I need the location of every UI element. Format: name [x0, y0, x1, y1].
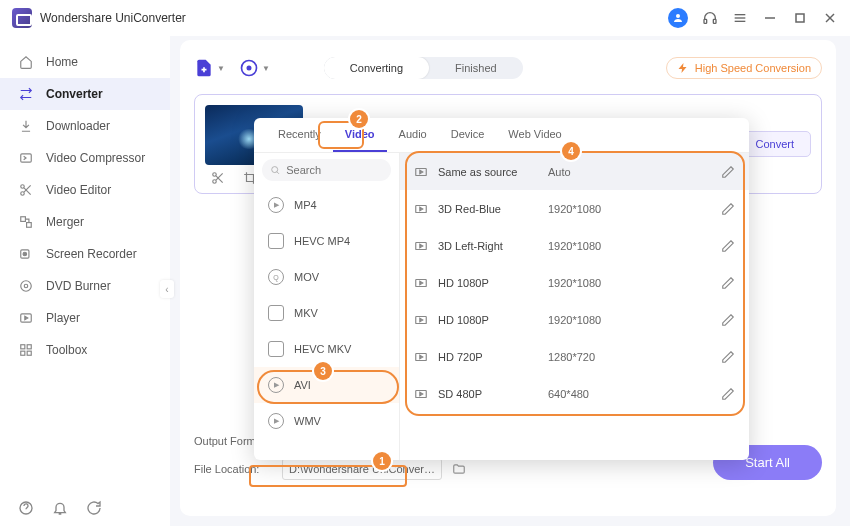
preset-row[interactable]: HD 720P1280*720 — [400, 338, 749, 375]
preset-row[interactable]: SD 480P640*480 — [400, 375, 749, 412]
menu-icon[interactable] — [732, 10, 748, 26]
sidebar-item-dvd[interactable]: DVD Burner — [0, 270, 170, 302]
sidebar-item-label: Home — [46, 55, 78, 69]
tab-finished[interactable]: Finished — [429, 57, 523, 79]
sidebar-item-editor[interactable]: Video Editor — [0, 174, 170, 206]
svg-point-11 — [21, 185, 25, 189]
sidebar-item-compressor[interactable]: Video Compressor — [0, 142, 170, 174]
convert-button[interactable]: Convert — [738, 131, 811, 157]
high-speed-button[interactable]: High Speed Conversion — [666, 57, 822, 79]
sidebar-item-player[interactable]: Player — [0, 302, 170, 334]
preset-edit-icon[interactable] — [721, 387, 735, 401]
format-label: WMV — [294, 415, 321, 427]
trim-icon[interactable] — [211, 171, 225, 185]
sidebar-item-downloader[interactable]: Downloader — [0, 110, 170, 142]
video-icon — [414, 387, 428, 401]
sidebar-item-label: Toolbox — [46, 343, 87, 357]
format-search[interactable] — [262, 159, 391, 181]
popup-tab-audio[interactable]: Audio — [387, 118, 439, 152]
preset-name: HD 1080P — [438, 277, 548, 289]
maximize-icon[interactable] — [792, 10, 808, 26]
file-location-select[interactable]: D:\Wondershare UniConverter — [282, 458, 442, 480]
video-icon — [414, 276, 428, 290]
preset-edit-icon[interactable] — [721, 350, 735, 364]
app-title: Wondershare UniConverter — [40, 11, 186, 25]
format-label: HEVC MP4 — [294, 235, 350, 247]
svg-rect-16 — [27, 223, 32, 228]
close-icon[interactable] — [822, 10, 838, 26]
popup-tab-recently[interactable]: Recently — [266, 118, 333, 152]
format-item-hevcmkv[interactable]: HEVC MKV — [254, 331, 399, 367]
preset-row[interactable]: 3D Left-Right1920*1080 — [400, 227, 749, 264]
sidebar-item-recorder[interactable]: Screen Recorder — [0, 238, 170, 270]
preset-resolution: 1280*720 — [548, 351, 648, 363]
feedback-icon[interactable] — [86, 500, 102, 516]
popup-tab-device[interactable]: Device — [439, 118, 497, 152]
format-popup: Recently Video Audio Device Web Video ▶M… — [254, 118, 749, 460]
format-label: MOV — [294, 271, 319, 283]
account-avatar[interactable] — [668, 8, 688, 28]
file-location-label: File Location: — [194, 463, 272, 475]
preset-name: Same as source — [438, 166, 548, 178]
format-item-hevcmp4[interactable]: HEVC MP4 — [254, 223, 399, 259]
chevron-down-icon: ▼ — [217, 64, 225, 73]
svg-point-20 — [24, 284, 28, 288]
video-icon — [414, 313, 428, 327]
svg-rect-7 — [796, 14, 804, 22]
preset-row[interactable]: HD 1080P1920*1080 — [400, 301, 749, 338]
sidebar-item-label: Video Editor — [46, 183, 111, 197]
sidebar-item-toolbox[interactable]: Toolbox — [0, 334, 170, 366]
add-disc-button[interactable]: ▼ — [239, 58, 270, 78]
headset-icon[interactable] — [702, 10, 718, 26]
svg-rect-23 — [27, 345, 31, 349]
sidebar-item-converter[interactable]: Converter — [0, 78, 170, 110]
disc-icon — [18, 278, 34, 294]
sidebar: Home Converter Downloader Video Compress… — [0, 36, 170, 526]
format-icon: ▶ — [268, 377, 284, 393]
main-toolbar: ▼ ▼ Converting Finished High Speed Conve… — [194, 50, 822, 86]
sidebar-item-label: Screen Recorder — [46, 247, 137, 261]
sidebar-item-label: Merger — [46, 215, 84, 229]
popup-tabs: Recently Video Audio Device Web Video — [254, 118, 749, 153]
preset-edit-icon[interactable] — [721, 165, 735, 179]
grid-icon — [18, 342, 34, 358]
format-icon: Q — [268, 269, 284, 285]
svg-rect-25 — [27, 351, 31, 355]
preset-resolution: 1920*1080 — [548, 277, 648, 289]
home-icon — [18, 54, 34, 70]
format-label: AVI — [294, 379, 311, 391]
help-icon[interactable] — [18, 500, 34, 516]
preset-name: 3D Left-Right — [438, 240, 548, 252]
format-item-mp4[interactable]: ▶MP4 — [254, 187, 399, 223]
format-label: MP4 — [294, 199, 317, 211]
sidebar-item-home[interactable]: Home — [0, 46, 170, 78]
chevron-down-icon: ▼ — [262, 64, 270, 73]
svg-rect-22 — [21, 345, 25, 349]
format-item-mov[interactable]: QMOV — [254, 259, 399, 295]
svg-rect-15 — [21, 217, 26, 222]
sidebar-item-label: Converter — [46, 87, 103, 101]
preset-edit-icon[interactable] — [721, 239, 735, 253]
preset-row[interactable]: HD 1080P1920*1080 — [400, 264, 749, 301]
preset-edit-icon[interactable] — [721, 202, 735, 216]
search-input[interactable] — [286, 164, 383, 176]
sidebar-collapse-handle[interactable]: ‹ — [160, 280, 174, 298]
bell-icon[interactable] — [52, 500, 68, 516]
tab-converting[interactable]: Converting — [324, 57, 429, 79]
preset-row[interactable]: 3D Red-Blue1920*1080 — [400, 190, 749, 227]
sidebar-item-merger[interactable]: Merger — [0, 206, 170, 238]
format-item-wmv[interactable]: ▶WMV — [254, 403, 399, 439]
open-folder-icon[interactable] — [452, 462, 466, 476]
record-icon — [18, 246, 34, 262]
minimize-icon[interactable] — [762, 10, 778, 26]
format-item-mkv[interactable]: MKV — [254, 295, 399, 331]
callout-badge-1: 1 — [373, 452, 391, 470]
video-icon — [414, 350, 428, 364]
preset-resolution: Auto — [548, 166, 648, 178]
status-segment: Converting Finished — [324, 57, 523, 79]
play-icon — [18, 310, 34, 326]
preset-edit-icon[interactable] — [721, 313, 735, 327]
preset-resolution: 1920*1080 — [548, 314, 648, 326]
preset-edit-icon[interactable] — [721, 276, 735, 290]
add-file-button[interactable]: ▼ — [194, 58, 225, 78]
